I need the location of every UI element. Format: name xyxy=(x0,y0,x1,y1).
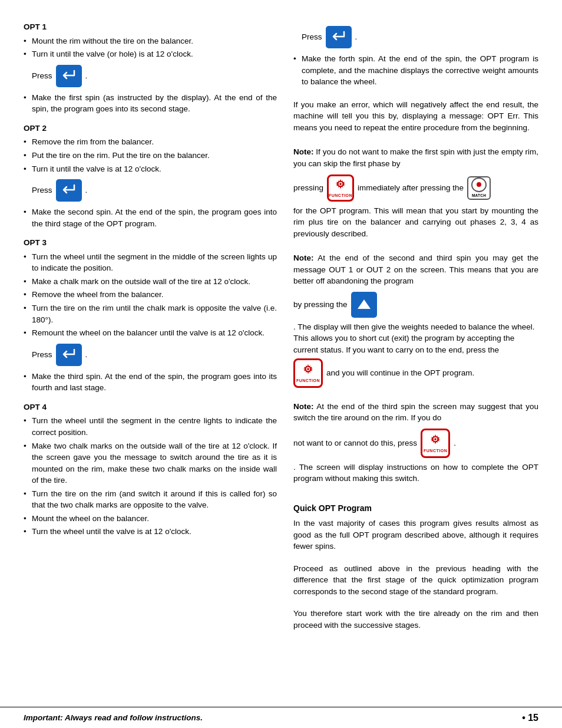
function-button-2[interactable]: FUNCTION xyxy=(293,358,323,388)
right-after-press-item: Make the forth spin. At the end of the s… xyxy=(293,53,538,88)
right-column: Press . Make the forth spin. At the end … xyxy=(293,21,538,635)
right-press-period: . xyxy=(355,31,358,43)
opt4-bullet-4: Mount the wheel on the balancer. xyxy=(24,513,277,525)
opt3-bullet-1: Turn the wheel until the segment in the … xyxy=(24,251,277,274)
opt2-after-press-item: Make the second spin. At the end of the … xyxy=(24,206,277,229)
note1-after-btn: immediately after pressing the xyxy=(358,182,464,194)
note1-body: If you do not want to make the first spi… xyxy=(293,147,538,168)
enter-icon-2 xyxy=(61,184,77,197)
match-label: MATCH xyxy=(472,193,487,198)
function-label-3: FUNCTION xyxy=(424,448,447,454)
opt3-after-press-item: Make the third spin. At the end of the s… xyxy=(24,371,277,394)
note2-button-row: by pressing the . The display will then … xyxy=(293,292,538,356)
page-footer: Important: Always read and follow instru… xyxy=(0,707,562,728)
function-label-2: FUNCTION xyxy=(296,378,320,384)
enter-icon-1 xyxy=(61,70,77,83)
opt2-press-row: Press . xyxy=(32,179,277,202)
two-column-layout: OPT 1 Mount the rim without the tire on … xyxy=(24,21,538,635)
footer-page-number: • 15 xyxy=(522,711,538,724)
opt3-bullet-5: Remount the wheel on the balancer until … xyxy=(24,327,277,339)
opt3-bullets: Turn the wheel until the segment in the … xyxy=(24,251,277,339)
opt3-period: . xyxy=(85,349,88,361)
opt2-after-press: Make the second spin. At the end of the … xyxy=(24,206,277,229)
note2-pressing-label: by pressing the xyxy=(293,299,348,311)
opt3-bullet-3: Remove the wheel from the balancer. xyxy=(24,289,277,301)
note1-bold: Note: xyxy=(293,147,314,156)
right-press-row: Press . xyxy=(302,26,538,48)
note2-after-btn: . The display will then give the weights… xyxy=(293,321,538,356)
opt2-bullets: Remove the rim from the balancer. Put th… xyxy=(24,136,277,174)
opt4-bullet-3: Turn the tire on the rim (and switch it … xyxy=(24,488,277,511)
function-gear-icon-3 xyxy=(428,432,443,447)
left-column: OPT 1 Mount the rim without the tire on … xyxy=(24,21,277,635)
opt3-bullet-2: Make a chalk mark on the outside wall of… xyxy=(24,276,277,288)
page: OPT 1 Mount the rim without the tire on … xyxy=(0,0,562,728)
opt4-bullet-1: Turn the wheel until the segment in the … xyxy=(24,415,277,438)
opt4-bullet-2: Make two chalk marks on the outside wall… xyxy=(24,440,277,486)
note3-middle: not want to or cannot do this, press xyxy=(293,437,417,449)
enter-icon-3 xyxy=(61,348,77,361)
note3-period: . xyxy=(454,437,456,449)
note2-bold: Note: xyxy=(293,253,314,262)
right-after-press-bullets: Make the forth spin. At the end of the s… xyxy=(293,53,538,88)
note2-end: and you will continue in the OPT program… xyxy=(326,367,474,379)
opt4-bullet-5: Turn the wheel until the valve is at 12 … xyxy=(24,526,277,538)
note3-body: At the end of the third spin the screen … xyxy=(293,402,538,423)
match-button[interactable]: MATCH xyxy=(467,176,491,200)
note2-intro: Note: At the end of the second and third… xyxy=(293,252,538,287)
up-arrow-icon xyxy=(356,297,372,312)
note3-button-row: not want to or cannot do this, press FUN… xyxy=(293,429,538,458)
svg-point-2 xyxy=(339,183,342,185)
note1-button-row: pressing FUNCTION immediately after pres… xyxy=(293,174,538,202)
note3-end: . The screen will display instructions o… xyxy=(293,462,538,485)
opt1-heading: OPT 1 xyxy=(24,21,277,33)
opt2-period: . xyxy=(85,185,88,196)
opt2-heading: OPT 2 xyxy=(24,123,277,134)
opt1-press-row: Press . xyxy=(32,65,277,87)
opt1-press-label: Press xyxy=(32,70,52,82)
opt1-bullet-1: Mount the rim without the tire on the ba… xyxy=(24,35,277,47)
opt3-bullet-4: Turn the tire on the rim until the chalk… xyxy=(24,302,277,325)
opt2-bullet-1: Remove the rim from the balancer. xyxy=(24,136,277,148)
quick-p2: Proceed as outlined above in the previou… xyxy=(293,563,538,598)
enter-button-1[interactable] xyxy=(56,65,82,87)
opt1-bullet-2: Turn it until the valve (or hole) is at … xyxy=(24,48,277,60)
enter-icon-right xyxy=(331,31,346,44)
opt3-heading: OPT 3 xyxy=(24,237,277,249)
svg-point-5 xyxy=(307,368,309,370)
function-button-1[interactable]: FUNCTION xyxy=(327,174,354,202)
enter-button-2[interactable] xyxy=(56,179,82,202)
enter-button-3[interactable] xyxy=(56,344,82,366)
opt4-section: OPT 4 Turn the wheel until the segment i… xyxy=(24,401,277,538)
note1-end: for the OPT program. This will mean that… xyxy=(293,205,538,240)
error-note: If you make an error, which will negativ… xyxy=(293,99,538,134)
note1-text: Note: If you do not want to make the fir… xyxy=(293,146,538,169)
opt2-press-label: Press xyxy=(32,185,52,196)
svg-marker-3 xyxy=(358,299,371,309)
function-button-3[interactable]: FUNCTION xyxy=(421,429,450,458)
match-dot-icon xyxy=(477,182,481,187)
opt4-heading: OPT 4 xyxy=(24,401,277,413)
up-arrow-button[interactable] xyxy=(351,292,377,318)
opt4-bullets: Turn the wheel until the segment in the … xyxy=(24,415,277,538)
opt3-press-label: Press xyxy=(32,349,52,361)
opt3-press-row: Press . xyxy=(32,344,277,366)
right-press-label: Press xyxy=(302,31,322,43)
note1-pressing-label: pressing xyxy=(293,182,323,194)
opt2-bullet-2: Put the tire on the rim. Put the tire on… xyxy=(24,150,277,162)
opt2-bullet-3: Turn it until the valve is at 12 o'clock… xyxy=(24,163,277,175)
opt2-section: OPT 2 Remove the rim from the balancer. … xyxy=(24,123,277,229)
quick-p1: In the vast majority of cases this progr… xyxy=(293,518,538,552)
quick-opt-heading: Quick OPT Program xyxy=(293,502,538,514)
opt3-section: OPT 3 Turn the wheel until the segment i… xyxy=(24,237,277,394)
opt1-after-press: Make the first spin (as instructed by th… xyxy=(24,92,277,115)
footer-important-text: Important: Always read and follow instru… xyxy=(24,712,203,724)
opt1-section: OPT 1 Mount the rim without the tire on … xyxy=(24,21,277,115)
note3-bold: Note: xyxy=(293,402,314,411)
enter-button-right[interactable] xyxy=(326,26,352,48)
note2-function-row: FUNCTION and you will continue in the OP… xyxy=(293,358,538,388)
opt1-bullets: Mount the rim without the tire on the ba… xyxy=(24,35,277,60)
function-gear-icon-1 xyxy=(333,177,348,192)
quick-p3: You therefore start work with the tire a… xyxy=(293,608,538,631)
note2-body: At the end of the second and third spin … xyxy=(293,253,538,285)
